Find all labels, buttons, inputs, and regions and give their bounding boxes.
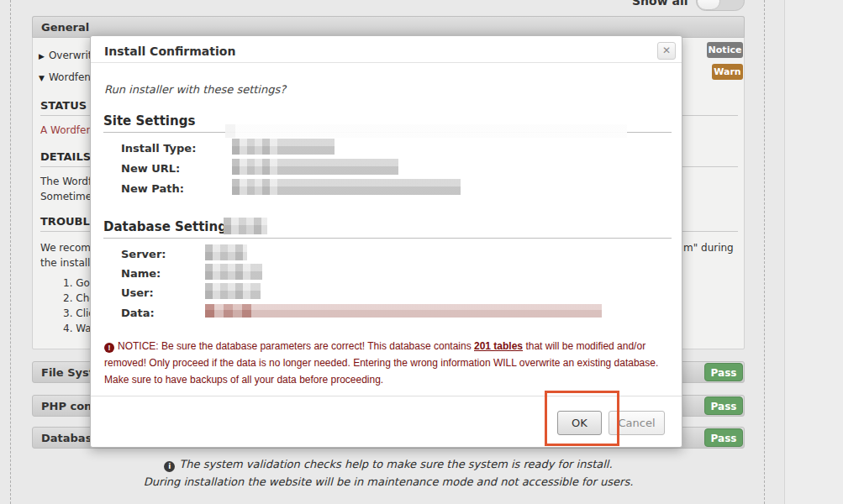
notice-badge: Notice — [707, 42, 743, 58]
filesystem-label: File Syst — [41, 366, 94, 379]
accordion-label: Overwrit — [49, 50, 92, 61]
accordion-item-wordfence[interactable]: ▼Wordfen — [39, 71, 91, 83]
php-config-label: PHP conf — [41, 400, 97, 412]
site-settings-heading: Site Settings — [103, 113, 195, 129]
pass-badge-database: Pass — [704, 428, 743, 447]
confirmation-question: Run installer with these settings? — [104, 83, 286, 96]
database-notice: !NOTICE: Be sure the database parameters… — [104, 338, 672, 388]
footer-note-line1: iThe system validation checks help to ma… — [32, 458, 745, 472]
db-server-redacted-value — [205, 244, 247, 260]
db-user-redacted-value — [205, 283, 261, 299]
annotation-highlight-box — [545, 391, 619, 446]
database-label: Databas — [41, 432, 92, 444]
toggle-knob-icon — [697, 0, 720, 10]
troubleshoot-right-fragment: m" during — [683, 242, 734, 254]
page-gutter-right — [784, 0, 843, 504]
notice-text-prefix: NOTICE: Be sure the database parameters … — [118, 340, 474, 352]
details-text-line1: The Wordf — [40, 176, 92, 187]
dialog-title: Install Confirmation — [104, 45, 235, 58]
info-icon: i — [164, 461, 175, 472]
install-confirmation-dialog: Install Confirmation ✕ Run installer wit… — [90, 35, 682, 448]
accordion-item-overwrite[interactable]: ▶Overwrit — [39, 50, 92, 61]
new-path-redacted-value — [232, 179, 461, 195]
db-name-redacted-value — [205, 264, 262, 280]
warn-badge: Warn — [712, 64, 743, 80]
arrow-right-icon: ▶ — [39, 52, 45, 60]
install-type-label: Install Type: — [121, 142, 196, 155]
dialog-header-divider — [91, 62, 682, 63]
footer-note-text1: The system validation checks help to mak… — [179, 458, 612, 470]
notice-table-count: 201 tables — [474, 340, 523, 352]
show-all-label: Show all — [632, 0, 691, 8]
general-title: General — [41, 21, 89, 34]
db-data-label: Data: — [121, 307, 155, 319]
install-type-redacted-value — [232, 139, 335, 155]
pass-badge-filesystem: Pass — [704, 363, 743, 381]
db-server-label: Server: — [121, 248, 166, 260]
database-settings-divider — [103, 238, 672, 239]
installer-page: Show all General ▶Overwrit ▼Wordfen Noti… — [0, 0, 843, 504]
new-url-label: New URL: — [121, 162, 180, 175]
db-name-label: Name: — [121, 267, 161, 280]
new-url-redacted-value — [232, 159, 398, 175]
db-user-label: User: — [121, 286, 154, 299]
alert-icon: ! — [104, 343, 114, 353]
page-border-left — [10, 0, 11, 504]
status-message: A Wordfen — [40, 124, 92, 136]
footer-note-line2: During installation the website will be … — [32, 475, 745, 488]
new-path-label: New Path: — [121, 182, 184, 195]
arrow-down-icon: ▼ — [39, 74, 45, 82]
close-icon[interactable]: ✕ — [657, 42, 676, 60]
redaction-band — [225, 124, 627, 138]
troubleshoot-line2: the installa — [40, 257, 97, 269]
details-text-line2: Sometimes — [40, 191, 97, 202]
pass-badge-php: Pass — [704, 396, 743, 415]
accordion-label: Wordfen — [49, 71, 91, 83]
show-all-toggle[interactable] — [696, 0, 745, 11]
database-settings-heading: Database Setting — [103, 219, 227, 234]
page-border-right — [764, 0, 765, 504]
db-data-redacted-value — [205, 304, 602, 318]
heading-redaction-block — [224, 218, 267, 234]
